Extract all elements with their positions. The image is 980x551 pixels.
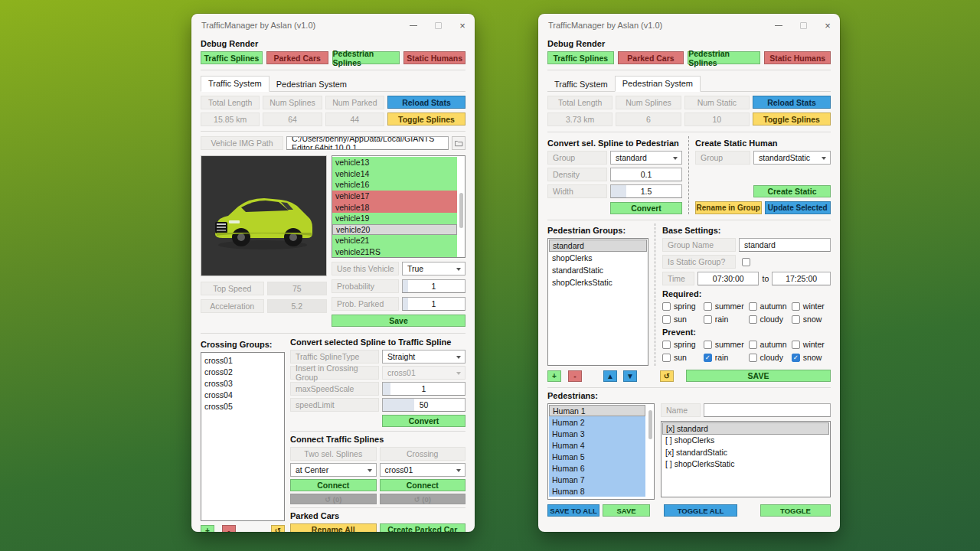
vehicle-list-item[interactable]: vehicle17	[332, 191, 457, 202]
debug-traffic-splines-button[interactable]: Traffic Splines	[201, 51, 263, 64]
required-autumn[interactable]: autumn	[749, 302, 792, 311]
maximize-button[interactable]	[426, 14, 450, 37]
tab-traffic-system[interactable]: Traffic System	[547, 77, 615, 92]
add-group-button[interactable]: +	[547, 370, 561, 382]
required-sun[interactable]: sun	[662, 315, 704, 324]
pedestrian-item[interactable]: Human 7	[549, 474, 645, 485]
checkbox[interactable]	[749, 341, 757, 349]
prevent-spring[interactable]: spring	[662, 340, 704, 349]
traffic-splinetype-select[interactable]: Straight	[382, 350, 466, 364]
connect-crossing-button[interactable]: Connect	[380, 479, 466, 491]
prevent-rain[interactable]: rain	[704, 353, 749, 362]
probability-input[interactable]: 1	[402, 279, 466, 293]
checkbox[interactable]	[662, 315, 671, 324]
undo-crossing-button[interactable]: ↺	[271, 525, 285, 532]
crossing-group-item[interactable]: cross03	[201, 377, 284, 389]
browse-folder-button[interactable]	[452, 136, 466, 150]
static-group-select[interactable]: standardStatic	[753, 151, 831, 165]
is-static-group-checkbox[interactable]	[742, 258, 750, 266]
pedestrian-item[interactable]: Human 4	[549, 439, 645, 451]
create-parked-car-button[interactable]: Create Parked Car	[380, 523, 466, 532]
connect-crossing-select[interactable]: cross01	[380, 463, 466, 477]
prevent-summer[interactable]: summer	[704, 340, 749, 349]
checkbox[interactable]	[792, 315, 800, 324]
connect-position-select[interactable]: at Center	[290, 463, 377, 477]
prevent-snow[interactable]: snow	[792, 353, 831, 362]
debug-pedestrian-splines-button[interactable]: Pedestrian Splines	[688, 51, 760, 64]
checkbox[interactable]	[662, 302, 671, 311]
vehicle-list-item[interactable]: vehicle13	[332, 157, 457, 168]
convert-spline-button[interactable]: Convert	[382, 415, 466, 427]
move-group-up-button[interactable]: ▲	[603, 370, 617, 382]
checkbox[interactable]	[749, 354, 757, 362]
remove-group-button[interactable]: -	[568, 370, 582, 382]
close-button[interactable]: ×	[450, 14, 475, 37]
flag-item[interactable]: [x] standard	[662, 422, 829, 435]
checkbox[interactable]	[792, 302, 800, 311]
titlebar[interactable]: TrafficManager by Aslan (v1.0) ×	[538, 14, 840, 37]
pedestrian-group-item[interactable]: shopClerks	[549, 252, 647, 264]
prevent-cloudy[interactable]: cloudy	[749, 353, 792, 362]
remove-crossing-group-button[interactable]: -	[222, 525, 236, 532]
prevent-winter[interactable]: winter	[792, 340, 831, 349]
use-this-vehicle-select[interactable]: True	[402, 262, 466, 276]
undo-connect-button[interactable]: ↺ (0)	[290, 494, 377, 504]
debug-parked-cars-button[interactable]: Parked Cars	[266, 51, 328, 64]
required-summer[interactable]: summer	[704, 302, 749, 311]
prevent-sun[interactable]: sun	[662, 353, 704, 362]
undo-group-button[interactable]: ↺	[660, 370, 674, 382]
maxspeedscale-input[interactable]: 1	[382, 382, 466, 396]
tab-traffic-system[interactable]: Traffic System	[201, 76, 270, 92]
checkbox[interactable]	[749, 302, 757, 311]
toggle-splines-button[interactable]: Toggle Splines	[387, 112, 466, 126]
toggle-button[interactable]: TOGGLE	[760, 504, 831, 517]
save-pedestrian-button[interactable]: SAVE	[603, 504, 650, 517]
pedestrian-item[interactable]: Human 2	[549, 416, 645, 428]
checkbox[interactable]	[662, 354, 671, 362]
flag-item[interactable]: [x] standardStatic	[662, 446, 829, 458]
save-group-button[interactable]: SAVE	[686, 370, 831, 382]
debug-parked-cars-button[interactable]: Parked Cars	[618, 51, 684, 64]
move-group-down-button[interactable]: ▼	[623, 370, 637, 382]
convert-pedestrian-button[interactable]: Convert	[610, 202, 682, 214]
crossing-group-item[interactable]: cross02	[201, 366, 284, 377]
vehicle-list-item[interactable]: vehicle21RS	[332, 246, 457, 258]
reload-stats-button[interactable]: Reload Stats	[387, 96, 466, 109]
checkbox[interactable]	[704, 302, 712, 311]
pedestrian-name-input[interactable]	[704, 403, 831, 417]
time-to-input[interactable]: 17:25:00	[772, 272, 831, 285]
tab-pedestrian-system[interactable]: Pedestrian System	[270, 77, 354, 92]
group-name-input[interactable]: standard	[739, 238, 831, 252]
rename-in-group-button[interactable]: Rename in Group	[695, 201, 762, 214]
checkbox[interactable]	[792, 341, 800, 349]
vehicle-list-item[interactable]: vehicle19	[332, 213, 457, 224]
reload-stats-button[interactable]: Reload Stats	[753, 96, 831, 109]
pedestrian-item[interactable]: Human 8	[549, 485, 645, 497]
toggle-splines-button[interactable]: Toggle Splines	[753, 112, 831, 126]
crossing-group-item[interactable]: cross05	[201, 400, 284, 412]
update-selected-button[interactable]: Update Selected	[765, 201, 831, 214]
vehicle-list-item[interactable]: vehicle14	[332, 168, 457, 180]
prob-parked-input[interactable]: 1	[402, 297, 466, 311]
debug-pedestrian-splines-button[interactable]: Pedestrian Splines	[332, 51, 400, 64]
vehicle-list-item[interactable]: vehicle18	[332, 201, 457, 213]
debug-static-humans-button[interactable]: Static Humans	[403, 51, 466, 64]
minimize-button[interactable]	[401, 14, 426, 37]
create-static-button[interactable]: Create Static	[753, 185, 831, 197]
scrollbar-thumb[interactable]	[459, 193, 463, 228]
speedlimit-input[interactable]: 50	[382, 398, 466, 412]
density-input[interactable]: 0.1	[610, 168, 682, 181]
titlebar[interactable]: TrafficManager by Aslan (v1.0) ×	[191, 14, 475, 37]
pedestrian-group-item[interactable]: standardStatic	[549, 264, 647, 276]
vehicle-list-item[interactable]: vehicle16	[332, 179, 457, 191]
insert-crossing-group-select[interactable]: cross01	[382, 366, 466, 380]
pedestrian-item[interactable]: Human 6	[549, 462, 645, 474]
debug-traffic-splines-button[interactable]: Traffic Splines	[547, 51, 614, 64]
add-crossing-group-button[interactable]: +	[201, 525, 214, 532]
checkbox[interactable]	[662, 341, 671, 349]
save-vehicle-button[interactable]: Save	[332, 315, 466, 327]
pedestrian-group-item[interactable]: standard	[549, 240, 647, 252]
pedestrian-item[interactable]: Human 1	[549, 405, 645, 416]
maximize-button[interactable]	[791, 14, 815, 37]
close-button[interactable]: ×	[815, 14, 840, 37]
